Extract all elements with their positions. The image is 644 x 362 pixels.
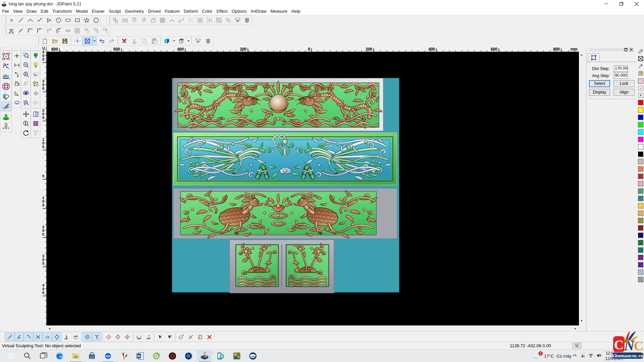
tool-shield-button[interactable] [203,37,213,45]
tool-lsel-button[interactable] [2,51,10,61]
tool-multitrim-button[interactable] [54,26,63,35]
display-button[interactable]: Display [589,89,610,96]
palette-color-12[interactable] [638,188,643,194]
tray-speaker-icon[interactable] [596,353,601,359]
snap-node-button[interactable] [5,333,14,341]
tool-zoomin-button[interactable] [21,70,30,79]
tool-fwd-button[interactable] [31,98,40,107]
menu-options[interactable]: Options [229,8,249,15]
palette-color-13[interactable] [638,196,643,201]
panel-restore-button[interactable] [624,48,628,52]
tool-eye-button[interactable] [21,89,30,98]
drawing-canvas[interactable]: #artwork path{stroke-linejoin:round} .eD… [47,52,579,325]
tool-delx-button[interactable] [119,37,129,45]
toolbar-grip[interactable] [37,37,39,45]
palette-color-22[interactable] [638,262,643,267]
tool-scissors-button[interactable] [7,26,16,35]
tool-offsetrect-button[interactable] [44,26,54,35]
tool-loct-button[interactable] [2,81,10,91]
tool-mfan-button[interactable] [12,98,21,107]
pencil-icon[interactable] [638,48,644,54]
menu-transform[interactable]: Transform [50,8,74,15]
tool-poly-button[interactable] [44,16,54,24]
tool-star-button[interactable] [82,16,91,24]
tool-mplus-button[interactable] [12,51,21,60]
menu-draw[interactable]: Draw [24,8,39,15]
snap-snapk-button[interactable] [14,333,24,341]
palette-color-23[interactable] [638,269,643,275]
scroll-right-button[interactable]: ► [573,326,578,331]
tool-circle-button[interactable] [54,16,63,24]
taskbar-gwave-icon[interactable] [149,351,164,361]
panel-grip[interactable] [589,49,625,50]
snap-tangent-button[interactable] [71,333,80,341]
tool-arcarray-button[interactable] [167,16,176,24]
taskbar-word-icon[interactable] [133,351,148,361]
scroll-down-button[interactable]: ▼ [579,318,584,323]
taskbar-taskview-icon[interactable] [36,351,51,361]
taskbar-edge-icon[interactable] [52,351,67,361]
tray-network-app-icon[interactable] [580,353,585,359]
snap-corner-button[interactable] [24,333,33,341]
palette-color-15[interactable] [638,210,643,216]
palette-color-16[interactable] [638,218,643,223]
menu-help[interactable]: Help [289,8,303,15]
taskbar-aperture-icon[interactable] [181,351,196,361]
snap-lay1-button[interactable] [134,333,144,341]
select-button[interactable]: Select [589,80,610,87]
snap-redx-button[interactable] [205,333,214,341]
tool-lnc-button[interactable] [2,122,10,131]
menu-eraser[interactable]: Eraser [90,8,107,15]
tool-back-button[interactable] [31,89,40,98]
taskbar-search-icon[interactable] [20,351,35,361]
taskbar-start-icon[interactable] [4,351,19,361]
palette-color-5[interactable] [638,137,643,142]
tool-point-button[interactable] [7,16,16,24]
tool-dome-button[interactable] [193,37,203,45]
palette-color-1[interactable] [638,107,643,113]
tool-refresh-button[interactable] [21,128,30,137]
snap-note-button[interactable] [195,333,205,341]
dropper-icon[interactable] [638,63,644,69]
tool-zoomrect-button[interactable] [21,51,30,60]
snap-quad-button[interactable] [52,333,61,341]
tool-rect-button[interactable] [72,16,82,24]
horizontal-scrollbar[interactable]: ◄► [47,326,579,331]
tool-chamfer-button[interactable] [35,26,44,35]
tool-boxarr3-button[interactable] [101,26,110,35]
tool-paste-button[interactable] [149,37,159,45]
menu-artdraw[interactable]: ArtDraw [249,8,268,15]
toolbar-grip[interactable] [108,16,110,24]
taskbar-explorer-icon[interactable] [68,351,83,361]
tool-mdimrect-button[interactable] [12,79,21,88]
tool-colorcube-button[interactable] [162,37,172,45]
taskbar-zalo-icon[interactable] [101,351,115,361]
tool-cut-button[interactable] [129,37,139,45]
tool-bulbg-button[interactable] [31,51,40,60]
tool-scatter-button[interactable] [186,16,195,24]
toolbar-grip[interactable] [4,27,6,34]
palette-color-7[interactable] [638,152,643,157]
scroll-up-button[interactable]: ▲ [579,52,584,57]
tool-dome-button[interactable] [233,16,242,24]
taskbar-jdpaint-icon[interactable] [197,351,212,361]
tool-crosshair-button[interactable] [72,37,82,45]
tool-scale-button[interactable] [148,16,158,24]
menu-color[interactable]: Color [200,8,214,15]
tool-lsculpt-button[interactable] [1,102,11,111]
tool-fillet-button[interactable] [25,26,35,35]
tool-redo-button[interactable] [107,37,117,45]
menu-sculpt[interactable]: Sculpt [107,8,123,15]
snap-centerx-button[interactable] [83,333,92,341]
menu-deform[interactable]: Deform [182,8,200,15]
tray-wifi-icon[interactable] [588,353,593,359]
palette-color-20[interactable] [638,247,643,253]
minimize-button[interactable] [599,0,614,8]
palette-color-17[interactable] [638,225,643,231]
snap-arcpt-button[interactable] [43,333,52,341]
tool-group-button[interactable] [214,16,223,24]
palette-color-9[interactable] [638,166,643,172]
menu-edit[interactable]: Edit [39,8,50,15]
snap-dia1-button[interactable] [104,333,113,341]
tool-zoomout-button[interactable] [21,61,30,70]
